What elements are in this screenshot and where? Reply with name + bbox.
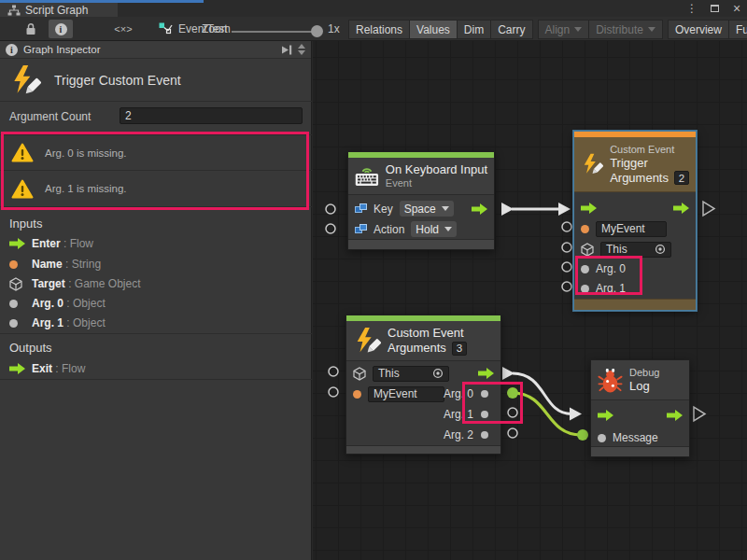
event-name-field[interactable]: MyEvent bbox=[596, 221, 667, 237]
dim-button[interactable]: Dim bbox=[457, 20, 491, 39]
values-button[interactable]: Values bbox=[409, 20, 458, 39]
port[interactable] bbox=[562, 282, 571, 291]
arg2-row: Arg. 2 bbox=[346, 427, 500, 443]
flow-arrow-icon bbox=[9, 363, 25, 374]
action-label: Action bbox=[374, 223, 404, 236]
connected-port[interactable] bbox=[577, 429, 588, 441]
title-bar: Script Graph ⋮ × bbox=[0, 0, 747, 17]
node-on-keyboard-input[interactable]: On Keyboard Input Event Key Space Action… bbox=[347, 151, 495, 250]
input-row-name: Name : String bbox=[9, 255, 101, 273]
lock-button[interactable] bbox=[21, 20, 41, 38]
input-row-arg1: Arg. 1 : Object bbox=[9, 314, 106, 332]
flow-in-arrow-icon[interactable] bbox=[598, 410, 613, 421]
carry-button[interactable]: Carry bbox=[490, 20, 532, 39]
relations-button[interactable]: Relations bbox=[348, 20, 410, 39]
event-name-field[interactable]: MyEvent bbox=[368, 386, 444, 402]
argument-count-badge[interactable]: 3 bbox=[452, 342, 467, 356]
action-dropdown[interactable]: Hold bbox=[411, 221, 457, 237]
maximize-icon[interactable] bbox=[708, 2, 721, 15]
cube-icon[interactable] bbox=[353, 367, 366, 381]
node-kind: Custom Event bbox=[610, 144, 689, 156]
argument-count-badge[interactable]: 2 bbox=[674, 171, 689, 185]
inspector-toggle-button[interactable]: i bbox=[49, 20, 73, 38]
flow-out-arrow-icon[interactable] bbox=[478, 368, 494, 379]
object-port-icon[interactable] bbox=[581, 285, 589, 293]
object-port-icon[interactable] bbox=[581, 265, 589, 273]
port[interactable] bbox=[326, 224, 335, 233]
port[interactable] bbox=[562, 262, 571, 272]
warning-row: Arg. 1 is missing. bbox=[0, 171, 312, 207]
key-dropdown[interactable]: Space bbox=[400, 201, 454, 217]
argument-count-field[interactable]: 2 bbox=[120, 107, 303, 124]
panel-spinner[interactable] bbox=[298, 44, 305, 55]
custom-event-icon bbox=[581, 149, 603, 179]
align-button[interactable]: Align bbox=[538, 20, 590, 39]
node-footer bbox=[591, 446, 689, 456]
port[interactable] bbox=[508, 428, 517, 438]
tab-script-graph[interactable]: Script Graph bbox=[0, 3, 118, 17]
collapse-panel-icon[interactable] bbox=[281, 45, 292, 55]
info-icon: i bbox=[55, 23, 67, 35]
object-port-icon[interactable] bbox=[598, 434, 606, 442]
node-trigger-custom-event[interactable]: Custom Event Trigger Arguments 2 MyEvent… bbox=[573, 131, 697, 311]
overview-button[interactable]: Overview bbox=[668, 20, 729, 39]
arg0-row: Arg. 0 bbox=[574, 260, 696, 277]
arg-label: Arg. 1 bbox=[596, 282, 626, 295]
target-row: This bbox=[574, 241, 696, 258]
port[interactable] bbox=[329, 367, 338, 376]
port[interactable] bbox=[508, 408, 517, 417]
arg-label: Arg. 2 bbox=[444, 428, 473, 441]
flow-out-triangle[interactable] bbox=[703, 202, 714, 216]
target-field[interactable]: This bbox=[600, 242, 671, 258]
message-row: Message bbox=[591, 429, 689, 446]
warnings-list: Arg. 0 is missing. Arg. 1 is missing. bbox=[0, 134, 312, 207]
flow-out-arrow-icon[interactable] bbox=[472, 203, 487, 215]
arg1-row: Arg. 1 bbox=[346, 406, 500, 423]
code-view-button[interactable]: <×> bbox=[105, 20, 142, 38]
string-port-icon[interactable] bbox=[581, 225, 589, 233]
port[interactable] bbox=[326, 204, 335, 214]
close-icon[interactable]: × bbox=[730, 2, 743, 15]
flow-out-triangle[interactable] bbox=[694, 407, 705, 421]
flow-out-arrow-icon[interactable] bbox=[667, 410, 683, 421]
chevron-down-icon bbox=[442, 206, 449, 211]
object-port-icon bbox=[9, 300, 18, 308]
key-row: Key Space bbox=[348, 200, 494, 217]
target-picker-icon[interactable] bbox=[432, 368, 444, 379]
object-port-icon[interactable] bbox=[481, 431, 488, 439]
object-port-icon[interactable] bbox=[481, 411, 488, 418]
target-picker-icon[interactable] bbox=[655, 244, 666, 255]
window-menu-icon[interactable]: ⋮ bbox=[685, 2, 698, 15]
graph-canvas[interactable]: On Keyboard Input Event Key Space Action… bbox=[313, 41, 747, 560]
key-label: Key bbox=[374, 203, 393, 216]
chevron-down-icon bbox=[648, 27, 655, 32]
connected-port[interactable] bbox=[507, 387, 518, 399]
port[interactable] bbox=[562, 243, 571, 252]
node-debug-log[interactable]: Debug Log Message bbox=[590, 359, 690, 457]
string-port-icon bbox=[9, 260, 18, 269]
distribute-button[interactable]: Distribute bbox=[588, 20, 663, 39]
string-port-icon[interactable] bbox=[353, 390, 361, 399]
warning-text: Arg. 1 is missing. bbox=[45, 183, 127, 194]
zoom-slider-track[interactable] bbox=[232, 31, 317, 33]
zoom-slider-handle[interactable] bbox=[311, 25, 323, 37]
node-footer bbox=[348, 239, 494, 249]
zoom-label: Zoom bbox=[202, 20, 231, 38]
port[interactable] bbox=[562, 222, 571, 231]
link-icon bbox=[355, 224, 367, 234]
flow-row bbox=[574, 200, 696, 217]
outputs-heading: Outputs bbox=[9, 341, 52, 355]
flow-out-arrow-icon[interactable] bbox=[673, 203, 689, 214]
graph-toolbar: i <×> EventTest Zoom 1x Relations Values… bbox=[0, 17, 747, 41]
object-port-icon[interactable] bbox=[481, 390, 488, 398]
bug-icon bbox=[598, 368, 623, 393]
link-icon bbox=[355, 203, 367, 214]
port[interactable] bbox=[329, 387, 338, 397]
target-field[interactable]: This bbox=[373, 366, 449, 382]
cube-icon[interactable] bbox=[581, 243, 594, 257]
flow-in-arrow-icon[interactable] bbox=[581, 203, 597, 214]
node-custom-event[interactable]: Custom Event Arguments 3 This MyEvent Ar… bbox=[345, 315, 501, 455]
node-header: Custom Event Trigger Arguments 2 bbox=[574, 137, 696, 192]
node-kind: Debug bbox=[629, 367, 659, 379]
fullscreen-button[interactable]: Full Screen bbox=[728, 20, 747, 39]
